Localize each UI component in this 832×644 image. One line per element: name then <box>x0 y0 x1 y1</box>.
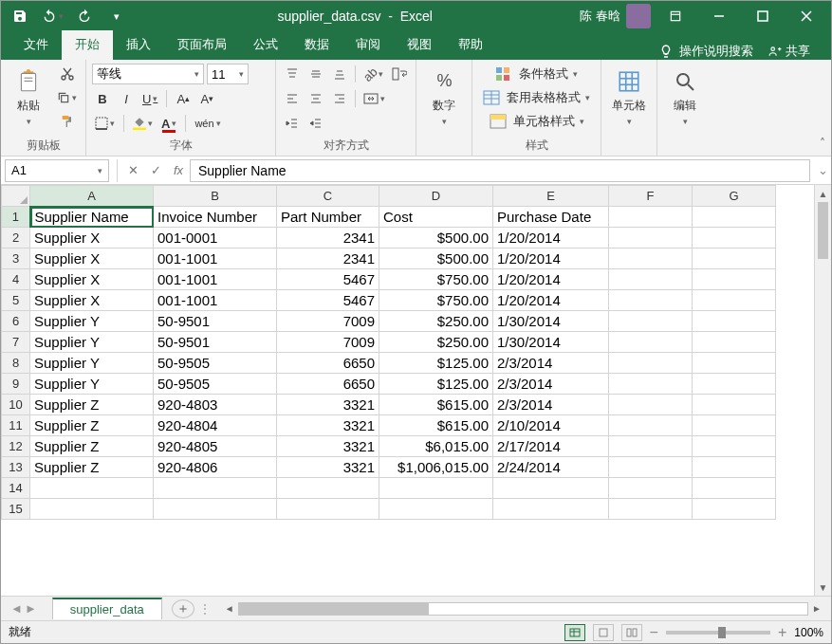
cell[interactable] <box>609 353 693 374</box>
cell[interactable]: $615.00 <box>379 395 493 415</box>
cell[interactable]: 7009 <box>277 311 379 332</box>
cell[interactable]: $125.00 <box>379 374 493 395</box>
increase-font-icon[interactable]: A▴ <box>173 88 194 109</box>
cell[interactable] <box>693 395 776 415</box>
cell[interactable] <box>609 290 693 311</box>
cell[interactable] <box>609 395 693 415</box>
align-left-icon[interactable] <box>282 88 303 109</box>
splitter-icon[interactable]: ⋮ <box>194 601 215 616</box>
row-header[interactable]: 12 <box>2 436 30 457</box>
zoom-in-icon[interactable]: + <box>778 624 786 641</box>
tab-数据[interactable]: 数据 <box>291 30 342 60</box>
row-header[interactable]: 10 <box>2 395 30 415</box>
cell[interactable]: $250.00 <box>379 332 493 353</box>
maximize-icon[interactable] <box>744 3 782 29</box>
cell[interactable]: 7009 <box>277 332 379 353</box>
col-header[interactable]: D <box>379 186 493 207</box>
ribbon-display-icon[interactable] <box>656 3 694 29</box>
cell[interactable]: Cost <box>379 207 493 228</box>
cell[interactable]: 1/20/2014 <box>493 269 609 290</box>
cell[interactable] <box>693 248 776 269</box>
cell[interactable]: Supplier X <box>30 228 154 248</box>
phonetic-icon[interactable]: wén <box>192 113 223 134</box>
format-as-table-button[interactable]: 套用表格格式 <box>478 87 595 108</box>
tab-插入[interactable]: 插入 <box>113 30 164 60</box>
add-sheet-icon[interactable]: ＋ <box>172 599 194 618</box>
cell[interactable]: Supplier Z <box>30 415 154 436</box>
bold-button[interactable]: B <box>92 88 113 109</box>
cell[interactable]: 2/10/2014 <box>493 415 609 436</box>
cell[interactable] <box>693 499 776 520</box>
cell[interactable]: 1/20/2014 <box>493 248 609 269</box>
cell[interactable]: 50-9501 <box>154 311 277 332</box>
cell[interactable]: 6650 <box>277 353 379 374</box>
tab-审阅[interactable]: 审阅 <box>342 30 394 60</box>
editing-button[interactable]: 编辑 ▾ <box>663 64 707 130</box>
cell[interactable] <box>693 332 776 353</box>
expand-formula-icon[interactable]: ⌄ <box>814 163 831 177</box>
cells-button[interactable]: 单元格 ▾ <box>607 64 651 130</box>
cell[interactable] <box>693 228 776 248</box>
copy-icon[interactable] <box>54 87 80 108</box>
redo-icon[interactable] <box>71 3 98 29</box>
tab-帮助[interactable]: 帮助 <box>445 30 496 60</box>
cell[interactable] <box>379 499 493 520</box>
cell[interactable]: 1/20/2014 <box>493 228 609 248</box>
row-header[interactable]: 14 <box>2 478 30 499</box>
cell[interactable] <box>609 478 693 499</box>
increase-indent-icon[interactable] <box>305 113 326 134</box>
page-break-view-icon[interactable] <box>621 624 642 641</box>
wrap-text-icon[interactable] <box>389 64 410 84</box>
cell[interactable] <box>379 478 493 499</box>
format-painter-icon[interactable] <box>54 111 80 132</box>
row-header[interactable]: 5 <box>2 290 30 311</box>
cell[interactable]: 2341 <box>277 248 379 269</box>
cell[interactable]: $750.00 <box>379 290 493 311</box>
cell[interactable] <box>30 478 154 499</box>
name-box[interactable]: A1▾ <box>5 159 109 182</box>
cell[interactable]: 920-4806 <box>154 457 277 478</box>
cell[interactable]: Supplier X <box>30 248 154 269</box>
font-size-select[interactable]: 11▾ <box>207 64 249 84</box>
tab-开始[interactable]: 开始 <box>62 30 113 60</box>
scroll-up-icon[interactable]: ▲ <box>815 185 831 202</box>
tell-me-search[interactable]: 操作说明搜索 <box>658 43 753 60</box>
cell[interactable]: Supplier Name <box>30 207 154 228</box>
cancel-formula-icon[interactable]: ✕ <box>121 159 144 182</box>
cell[interactable] <box>693 415 776 436</box>
cell[interactable]: 5467 <box>277 269 379 290</box>
cell[interactable]: 001-1001 <box>154 290 277 311</box>
align-center-icon[interactable] <box>305 88 326 109</box>
share-button[interactable]: 共享 <box>761 43 818 60</box>
cell[interactable] <box>609 332 693 353</box>
minimize-icon[interactable] <box>700 3 738 29</box>
tab-公式[interactable]: 公式 <box>240 30 291 60</box>
font-name-select[interactable]: 等线▾ <box>92 64 204 84</box>
align-bottom-icon[interactable] <box>329 64 350 84</box>
cell[interactable] <box>609 269 693 290</box>
cell[interactable]: 001-1001 <box>154 269 277 290</box>
cell[interactable] <box>609 228 693 248</box>
align-top-icon[interactable] <box>282 64 303 84</box>
decrease-indent-icon[interactable] <box>282 113 303 134</box>
collapse-ribbon-icon[interactable]: ˄ <box>820 137 825 150</box>
cell[interactable]: 2/17/2014 <box>493 436 609 457</box>
scroll-down-icon[interactable]: ▼ <box>815 579 831 596</box>
cell[interactable] <box>493 499 609 520</box>
cell[interactable] <box>154 499 277 520</box>
cell[interactable]: 2341 <box>277 228 379 248</box>
paste-button[interactable]: 粘贴 ▾ <box>7 64 50 130</box>
row-header[interactable]: 6 <box>2 311 30 332</box>
cell[interactable]: 001-0001 <box>154 228 277 248</box>
cell[interactable]: Supplier Z <box>30 436 154 457</box>
cell[interactable]: 3321 <box>277 436 379 457</box>
avatar[interactable] <box>626 4 651 28</box>
vertical-scrollbar[interactable]: ▲ ▼ <box>814 185 831 596</box>
cell[interactable]: Invoice Number <box>154 207 277 228</box>
cell[interactable]: $500.00 <box>379 248 493 269</box>
col-header[interactable]: F <box>609 186 693 207</box>
tab-文件[interactable]: 文件 <box>10 30 62 60</box>
normal-view-icon[interactable] <box>564 624 585 641</box>
underline-button[interactable]: U <box>139 88 160 109</box>
col-header[interactable]: E <box>493 186 609 207</box>
